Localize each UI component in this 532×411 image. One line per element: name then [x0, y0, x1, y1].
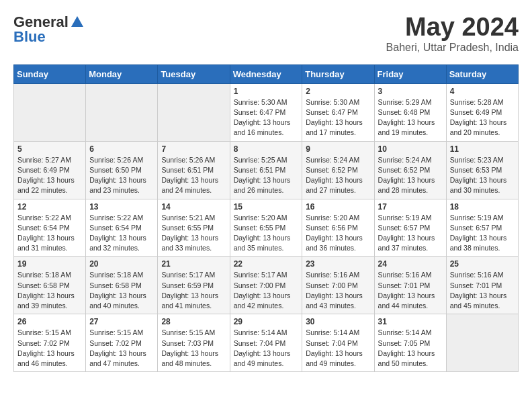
weekday-header-thursday: Thursday [302, 64, 374, 83]
day-number: 21 [161, 259, 226, 269]
weekday-header-saturday: Saturday [446, 64, 518, 83]
day-info: Sunrise: 5:24 AMSunset: 6:52 PMDaylight:… [378, 155, 443, 196]
day-info: Sunrise: 5:30 AMSunset: 6:47 PMDaylight:… [306, 97, 370, 138]
calendar-cell: 21Sunrise: 5:17 AMSunset: 6:59 PMDayligh… [158, 257, 230, 314]
calendar-week-row: 12Sunrise: 5:22 AMSunset: 6:54 PMDayligh… [14, 199, 519, 257]
day-number: 24 [378, 259, 443, 269]
weekday-header-wednesday: Wednesday [230, 64, 302, 83]
calendar-cell: 3Sunrise: 5:29 AMSunset: 6:48 PMDaylight… [374, 83, 446, 141]
calendar-cell: 28Sunrise: 5:15 AMSunset: 7:03 PMDayligh… [158, 314, 230, 372]
day-number: 2 [306, 87, 370, 96]
day-info: Sunrise: 5:30 AMSunset: 6:47 PMDaylight:… [234, 97, 299, 138]
weekday-header-monday: Monday [86, 64, 158, 83]
day-info: Sunrise: 5:26 AMSunset: 6:51 PMDaylight:… [161, 155, 226, 196]
day-number: 23 [306, 259, 370, 269]
calendar-week-row: 1Sunrise: 5:30 AMSunset: 6:47 PMDaylight… [14, 83, 519, 141]
svg-marker-0 [71, 16, 83, 27]
calendar-cell: 8Sunrise: 5:25 AMSunset: 6:51 PMDaylight… [230, 141, 302, 199]
calendar-week-row: 19Sunrise: 5:18 AMSunset: 6:58 PMDayligh… [14, 257, 519, 314]
calendar-cell: 25Sunrise: 5:16 AMSunset: 7:01 PMDayligh… [446, 257, 518, 314]
day-info: Sunrise: 5:19 AMSunset: 6:57 PMDaylight:… [450, 213, 515, 254]
day-info: Sunrise: 5:21 AMSunset: 6:55 PMDaylight:… [161, 213, 226, 254]
day-info: Sunrise: 5:15 AMSunset: 7:03 PMDaylight:… [161, 328, 226, 369]
day-number: 9 [306, 144, 370, 154]
day-info: Sunrise: 5:16 AMSunset: 7:01 PMDaylight:… [378, 270, 443, 311]
calendar-cell: 11Sunrise: 5:23 AMSunset: 6:53 PMDayligh… [446, 141, 518, 199]
calendar-cell: 5Sunrise: 5:27 AMSunset: 6:49 PMDaylight… [14, 141, 86, 199]
calendar-cell: 12Sunrise: 5:22 AMSunset: 6:54 PMDayligh… [14, 199, 86, 257]
calendar-cell: 4Sunrise: 5:28 AMSunset: 6:49 PMDaylight… [446, 83, 518, 141]
calendar-cell [446, 314, 518, 372]
day-info: Sunrise: 5:17 AMSunset: 6:59 PMDaylight:… [161, 270, 226, 311]
calendar-table: SundayMondayTuesdayWednesdayThursdayFrid… [13, 64, 519, 372]
day-number: 29 [234, 317, 299, 326]
day-info: Sunrise: 5:27 AMSunset: 6:49 PMDaylight:… [17, 155, 82, 196]
day-number: 28 [161, 317, 226, 326]
day-number: 1 [234, 87, 299, 96]
title-block: May 2024 Baheri, Uttar Pradesh, India [386, 13, 519, 54]
calendar-cell: 13Sunrise: 5:22 AMSunset: 6:54 PMDayligh… [86, 199, 158, 257]
calendar-cell: 6Sunrise: 5:26 AMSunset: 6:50 PMDaylight… [86, 141, 158, 199]
day-info: Sunrise: 5:18 AMSunset: 6:58 PMDaylight:… [89, 270, 154, 311]
day-info: Sunrise: 5:19 AMSunset: 6:57 PMDaylight:… [378, 213, 443, 254]
day-number: 4 [450, 87, 515, 96]
day-number: 8 [234, 144, 299, 154]
day-number: 7 [161, 144, 226, 154]
day-number: 13 [89, 202, 154, 212]
calendar-cell [158, 83, 230, 141]
day-number: 20 [89, 259, 154, 269]
calendar-cell: 20Sunrise: 5:18 AMSunset: 6:58 PMDayligh… [86, 257, 158, 314]
day-number: 30 [306, 317, 370, 326]
day-info: Sunrise: 5:26 AMSunset: 6:50 PMDaylight:… [89, 155, 154, 196]
calendar-cell: 19Sunrise: 5:18 AMSunset: 6:58 PMDayligh… [14, 257, 86, 314]
day-info: Sunrise: 5:22 AMSunset: 6:54 PMDaylight:… [17, 213, 82, 254]
day-info: Sunrise: 5:15 AMSunset: 7:02 PMDaylight:… [89, 328, 154, 369]
day-info: Sunrise: 5:24 AMSunset: 6:52 PMDaylight:… [306, 155, 370, 196]
day-info: Sunrise: 5:15 AMSunset: 7:02 PMDaylight:… [17, 328, 82, 369]
day-info: Sunrise: 5:18 AMSunset: 6:58 PMDaylight:… [17, 270, 82, 311]
day-info: Sunrise: 5:20 AMSunset: 6:55 PMDaylight:… [234, 213, 299, 254]
calendar-cell: 18Sunrise: 5:19 AMSunset: 6:57 PMDayligh… [446, 199, 518, 257]
calendar-cell: 31Sunrise: 5:14 AMSunset: 7:05 PMDayligh… [374, 314, 446, 372]
day-number: 17 [378, 202, 443, 212]
calendar-cell: 22Sunrise: 5:17 AMSunset: 7:00 PMDayligh… [230, 257, 302, 314]
calendar-cell: 29Sunrise: 5:14 AMSunset: 7:04 PMDayligh… [230, 314, 302, 372]
day-number: 22 [234, 259, 299, 269]
page-header: General Blue May 2024 Baheri, Uttar Prad… [13, 13, 519, 54]
calendar-cell: 30Sunrise: 5:14 AMSunset: 7:04 PMDayligh… [302, 314, 374, 372]
day-number: 27 [89, 317, 154, 326]
day-number: 18 [450, 202, 515, 212]
calendar-cell [86, 83, 158, 141]
day-info: Sunrise: 5:16 AMSunset: 7:00 PMDaylight:… [306, 270, 370, 311]
day-info: Sunrise: 5:25 AMSunset: 6:51 PMDaylight:… [234, 155, 299, 196]
weekday-header-friday: Friday [374, 64, 446, 83]
weekday-header-tuesday: Tuesday [158, 64, 230, 83]
logo-blue: Blue [13, 28, 46, 46]
day-info: Sunrise: 5:22 AMSunset: 6:54 PMDaylight:… [89, 213, 154, 254]
weekday-header-sunday: Sunday [14, 64, 86, 83]
day-number: 3 [378, 87, 443, 96]
calendar-week-row: 26Sunrise: 5:15 AMSunset: 7:02 PMDayligh… [14, 314, 519, 372]
day-number: 26 [17, 317, 82, 326]
month-title: May 2024 [386, 13, 519, 42]
day-info: Sunrise: 5:23 AMSunset: 6:53 PMDaylight:… [450, 155, 515, 196]
calendar-cell: 17Sunrise: 5:19 AMSunset: 6:57 PMDayligh… [374, 199, 446, 257]
calendar-week-row: 5Sunrise: 5:27 AMSunset: 6:49 PMDaylight… [14, 141, 519, 199]
day-number: 19 [17, 259, 82, 269]
day-info: Sunrise: 5:14 AMSunset: 7:04 PMDaylight:… [234, 328, 299, 369]
day-number: 12 [17, 202, 82, 212]
location: Baheri, Uttar Pradesh, India [386, 42, 519, 54]
day-number: 31 [378, 317, 443, 326]
calendar-cell: 14Sunrise: 5:21 AMSunset: 6:55 PMDayligh… [158, 199, 230, 257]
calendar-cell: 2Sunrise: 5:30 AMSunset: 6:47 PMDaylight… [302, 83, 374, 141]
day-number: 10 [378, 144, 443, 154]
day-number: 11 [450, 144, 515, 154]
calendar-cell: 7Sunrise: 5:26 AMSunset: 6:51 PMDaylight… [158, 141, 230, 199]
logo-icon [70, 15, 85, 30]
calendar-header-row: SundayMondayTuesdayWednesdayThursdayFrid… [14, 64, 519, 83]
day-info: Sunrise: 5:28 AMSunset: 6:49 PMDaylight:… [450, 97, 515, 138]
day-info: Sunrise: 5:16 AMSunset: 7:01 PMDaylight:… [450, 270, 515, 311]
calendar-cell: 15Sunrise: 5:20 AMSunset: 6:55 PMDayligh… [230, 199, 302, 257]
calendar-cell: 24Sunrise: 5:16 AMSunset: 7:01 PMDayligh… [374, 257, 446, 314]
day-number: 5 [17, 144, 82, 154]
